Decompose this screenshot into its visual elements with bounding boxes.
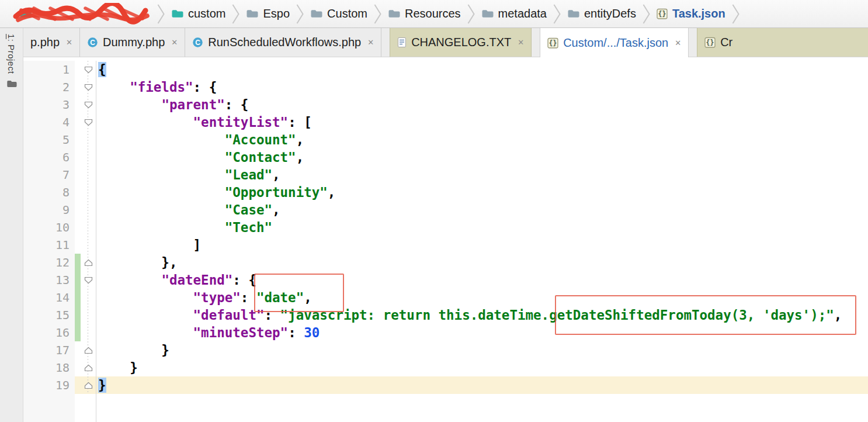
code-line[interactable]: 1{ (23, 61, 868, 78)
breadcrumb-label: metadata (498, 7, 547, 20)
code-line[interactable]: 14 "type": "date", (23, 289, 868, 306)
fold-gutter (81, 289, 96, 306)
tab-close-icon[interactable]: ✕ (518, 38, 524, 47)
tab-changelog-txt[interactable]: CHANGELOG.TXT✕ (390, 28, 532, 57)
code-line[interactable]: 19} (23, 376, 868, 394)
fold-toggle-icon[interactable] (81, 78, 96, 96)
main-area: 1: Project p.php✕CDummy.php✕CRunSchedule… (0, 28, 868, 422)
change-marker (75, 271, 81, 289)
line-number: 16 (23, 324, 75, 341)
project-tool-button[interactable]: 1: Project (6, 28, 17, 88)
code-line[interactable]: 8 "Opportunity", (23, 184, 868, 201)
code-line[interactable]: 18 } (23, 359, 868, 376)
change-marker (75, 78, 81, 96)
tab-close-icon[interactable]: ✕ (66, 38, 72, 47)
change-marker (75, 376, 81, 394)
breadcrumb-item-custom[interactable]: Custom (305, 7, 373, 20)
change-marker (75, 113, 81, 131)
tab-label: Dummy.php (103, 36, 165, 49)
change-marker (75, 341, 81, 359)
line-number: 5 (23, 131, 75, 148)
code-line[interactable]: 13 "dateEnd": { (23, 271, 868, 289)
change-marker (75, 324, 81, 341)
tab-runscheduledworkflows-php[interactable]: CRunScheduledWorkflows.php✕ (185, 28, 381, 57)
code-line[interactable]: 12 }, (23, 254, 868, 271)
tab-close-icon[interactable]: ✕ (171, 38, 178, 47)
folder-icon (171, 9, 183, 19)
code-text: "parent": { (96, 96, 868, 113)
fold-toggle-icon[interactable] (81, 61, 96, 78)
code-text: }, (96, 254, 868, 271)
code-line[interactable]: 11 ] (23, 236, 868, 254)
change-marker (75, 289, 81, 306)
change-marker (75, 219, 81, 236)
change-marker (75, 201, 81, 219)
editor-column: p.php✕CDummy.php✕CRunScheduledWorkflows.… (23, 28, 868, 422)
code-line[interactable]: 17 } (23, 341, 868, 359)
breadcrumb-item-entitydefs[interactable]: entityDefs (562, 7, 641, 20)
code-text: ] (96, 236, 868, 254)
svg-text:{}: {} (658, 10, 666, 18)
editor-empty-area[interactable] (23, 394, 868, 422)
code-text: } (96, 376, 868, 394)
fold-gutter (81, 148, 96, 166)
code-text: } (96, 359, 868, 376)
breadcrumb-separator-icon (231, 3, 240, 25)
breadcrumb-item-resources[interactable]: Resources (383, 7, 466, 20)
code-line[interactable]: 15 "default": "javascript: return this.d… (23, 306, 868, 324)
code-line[interactable]: 6 "Contact", (23, 148, 868, 166)
fold-toggle-icon[interactable] (81, 376, 96, 394)
editor-lines: 1{2 "fields": {3 "parent": {4 "entityLis… (23, 57, 868, 422)
fold-toggle-icon[interactable] (81, 341, 96, 359)
code-line[interactable]: 16 "minuteStep": 30 (23, 324, 868, 341)
tab-close-icon[interactable]: ✕ (367, 38, 374, 47)
fold-toggle-icon[interactable] (81, 271, 96, 289)
code-line[interactable]: 10 "Tech" (23, 219, 868, 236)
change-marker (75, 61, 81, 78)
tab-custom-task-json[interactable]: {}Custom/.../Task.json✕ (540, 28, 689, 57)
line-number: 10 (23, 219, 75, 236)
tab-p-php[interactable]: p.php✕ (23, 28, 80, 57)
code-line[interactable]: 4 "entityList": [ (23, 113, 868, 131)
breadcrumb-item-espo[interactable]: Espo (241, 7, 295, 20)
svg-text:C: C (90, 39, 95, 47)
code-line[interactable]: 9 "Case", (23, 201, 868, 219)
code-line[interactable]: 7 "Lead", (23, 166, 868, 184)
fold-toggle-icon[interactable] (81, 359, 96, 376)
fold-toggle-icon[interactable] (81, 254, 96, 271)
fold-gutter (81, 324, 96, 341)
tab-label: RunScheduledWorkflows.php (208, 36, 361, 49)
project-tool-label: 1: Project (6, 34, 16, 74)
line-number: 15 (23, 306, 75, 324)
change-marker (75, 131, 81, 148)
tab-dummy-php[interactable]: CDummy.php✕ (80, 28, 185, 57)
code-text: "dateEnd": { (96, 271, 868, 289)
code-line[interactable]: 2 "fields": { (23, 78, 868, 96)
fold-toggle-icon[interactable] (81, 96, 96, 113)
folder-icon (388, 9, 400, 19)
breadcrumb-label: Custom (327, 7, 367, 20)
code-text: "Lead", (96, 166, 868, 184)
breadcrumb-item-task-json[interactable]: {}Task.json (651, 7, 731, 20)
code-text: "entityList": [ (96, 113, 868, 131)
breadcrumb-item-redacted[interactable] (14, 9, 156, 19)
code-line[interactable]: 5 "Account", (23, 131, 868, 148)
code-text: { (96, 61, 868, 78)
json-file-icon: {} (704, 37, 716, 48)
tab-cr[interactable]: {}Cr (697, 28, 868, 57)
breadcrumb-label: Espo (263, 7, 290, 20)
breadcrumb-item-custom[interactable]: custom (166, 7, 231, 20)
code-text: "fields": { (96, 78, 868, 96)
code-line[interactable]: 3 "parent": { (23, 96, 868, 113)
fold-gutter (81, 306, 96, 324)
breadcrumb-item-metadata[interactable]: metadata (476, 7, 552, 20)
change-marker (75, 184, 81, 201)
fold-toggle-icon[interactable] (81, 113, 96, 131)
fold-gutter (81, 131, 96, 148)
breadcrumb: customEspoCustomResourcesmetadataentityD… (0, 0, 868, 28)
fold-gutter (81, 201, 96, 219)
change-marker (75, 166, 81, 184)
code-text: "Opportunity", (96, 184, 868, 201)
tab-close-icon[interactable]: ✕ (675, 39, 681, 47)
line-number: 11 (23, 236, 75, 254)
